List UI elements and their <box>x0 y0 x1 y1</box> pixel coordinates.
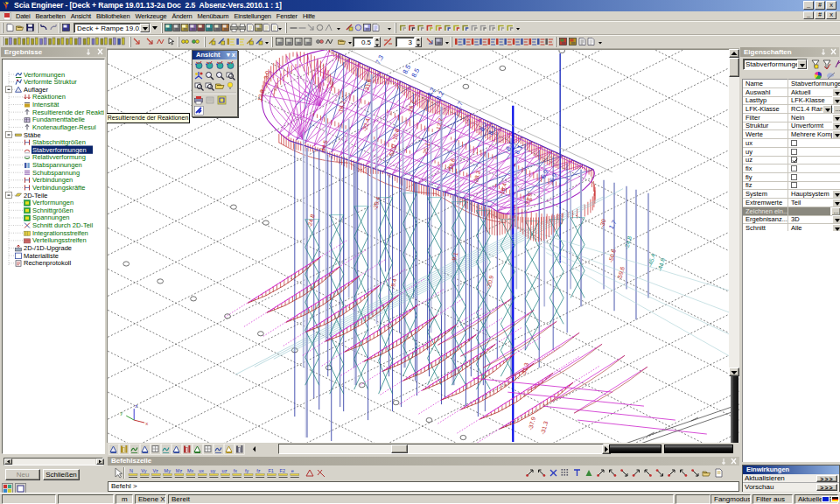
svg-text:ux: ux <box>199 468 204 473</box>
svg-text:F2: F2 <box>280 468 285 473</box>
svg-text:fx: fx <box>234 468 238 473</box>
svg-text:fy: fy <box>245 468 249 473</box>
svg-text:Mx: Mx <box>187 468 194 473</box>
svg-text:fz: fz <box>256 468 261 473</box>
svg-text:y: y <box>120 410 122 416</box>
svg-text:z: z <box>135 403 137 409</box>
svg-text:My: My <box>164 468 172 473</box>
svg-text:uz: uz <box>222 468 228 473</box>
svg-text:F1: F1 <box>268 468 273 473</box>
svg-text:uy: uy <box>210 468 215 473</box>
svg-text:Knotenauflager-Resul: Knotenauflager-Resul <box>32 123 96 131</box>
svg-text:N: N <box>130 468 133 473</box>
svg-text:Mz: Mz <box>176 468 183 473</box>
svg-text:e: e <box>291 468 294 473</box>
svg-text:Rechenprotokoll: Rechenprotokoll <box>24 259 72 267</box>
svg-text:Vy: Vy <box>141 468 146 473</box>
svg-text:x: x <box>145 421 148 426</box>
svg-text:Vz: Vz <box>152 468 158 473</box>
